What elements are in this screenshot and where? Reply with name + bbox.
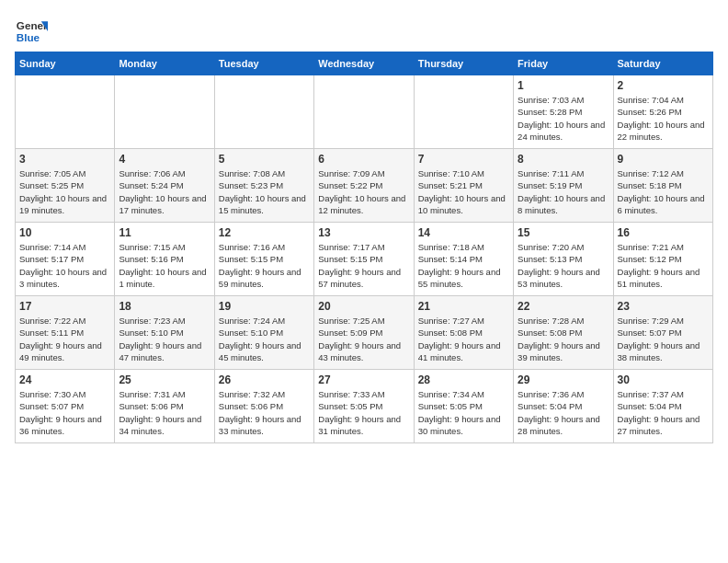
day-info: Sunrise: 7:16 AM Sunset: 5:15 PM Dayligh… bbox=[219, 241, 310, 290]
day-number: 12 bbox=[219, 226, 310, 239]
day-number: 21 bbox=[418, 300, 509, 313]
calendar-cell bbox=[16, 75, 115, 149]
calendar-cell: 10Sunrise: 7:14 AM Sunset: 5:17 PM Dayli… bbox=[16, 223, 115, 296]
day-number: 14 bbox=[418, 226, 509, 239]
calendar-cell: 30Sunrise: 7:37 AM Sunset: 5:04 PM Dayli… bbox=[613, 370, 712, 443]
day-info: Sunrise: 7:34 AM Sunset: 5:05 PM Dayligh… bbox=[418, 388, 509, 437]
day-info: Sunrise: 7:31 AM Sunset: 5:06 PM Dayligh… bbox=[119, 388, 210, 437]
day-number: 1 bbox=[518, 79, 609, 92]
day-info: Sunrise: 7:25 AM Sunset: 5:09 PM Dayligh… bbox=[318, 315, 409, 363]
day-number: 6 bbox=[318, 153, 409, 166]
day-info: Sunrise: 7:04 AM Sunset: 5:26 PM Dayligh… bbox=[618, 94, 709, 143]
day-info: Sunrise: 7:21 AM Sunset: 5:12 PM Dayligh… bbox=[618, 241, 709, 290]
day-number: 11 bbox=[119, 226, 210, 239]
day-number: 13 bbox=[318, 226, 409, 239]
calendar-cell: 6Sunrise: 7:09 AM Sunset: 5:22 PM Daylig… bbox=[314, 149, 414, 223]
day-info: Sunrise: 7:17 AM Sunset: 5:15 PM Dayligh… bbox=[318, 241, 409, 290]
calendar-cell: 1Sunrise: 7:03 AM Sunset: 5:28 PM Daylig… bbox=[514, 75, 613, 149]
day-number: 30 bbox=[618, 373, 709, 386]
header-saturday: Saturday bbox=[613, 52, 712, 75]
day-info: Sunrise: 7:15 AM Sunset: 5:16 PM Dayligh… bbox=[119, 241, 210, 290]
calendar-cell: 22Sunrise: 7:28 AM Sunset: 5:08 PM Dayli… bbox=[514, 296, 613, 370]
day-info: Sunrise: 7:29 AM Sunset: 5:07 PM Dayligh… bbox=[618, 315, 709, 363]
day-info: Sunrise: 7:23 AM Sunset: 5:10 PM Dayligh… bbox=[119, 315, 210, 363]
header-monday: Monday bbox=[115, 52, 214, 75]
day-number: 22 bbox=[518, 300, 609, 313]
day-number: 7 bbox=[418, 153, 509, 166]
day-info: Sunrise: 7:22 AM Sunset: 5:11 PM Dayligh… bbox=[19, 315, 110, 363]
day-number: 23 bbox=[618, 300, 709, 313]
calendar-cell: 14Sunrise: 7:18 AM Sunset: 5:14 PM Dayli… bbox=[414, 223, 513, 296]
calendar-week-5: 24Sunrise: 7:30 AM Sunset: 5:07 PM Dayli… bbox=[16, 370, 713, 443]
day-number: 19 bbox=[219, 300, 310, 313]
calendar-cell: 18Sunrise: 7:23 AM Sunset: 5:10 PM Dayli… bbox=[115, 296, 214, 370]
day-number: 17 bbox=[19, 300, 110, 313]
day-info: Sunrise: 7:36 AM Sunset: 5:04 PM Dayligh… bbox=[518, 388, 609, 437]
calendar-cell: 13Sunrise: 7:17 AM Sunset: 5:15 PM Dayli… bbox=[314, 223, 414, 296]
calendar-cell: 21Sunrise: 7:27 AM Sunset: 5:08 PM Dayli… bbox=[414, 296, 513, 370]
calendar-cell: 3Sunrise: 7:05 AM Sunset: 5:25 PM Daylig… bbox=[16, 149, 115, 223]
calendar-cell: 16Sunrise: 7:21 AM Sunset: 5:12 PM Dayli… bbox=[613, 223, 712, 296]
day-number: 4 bbox=[119, 153, 210, 166]
day-number: 2 bbox=[618, 79, 709, 92]
day-number: 29 bbox=[518, 373, 609, 386]
day-info: Sunrise: 7:18 AM Sunset: 5:14 PM Dayligh… bbox=[418, 241, 509, 290]
day-number: 20 bbox=[318, 300, 409, 313]
calendar-cell: 9Sunrise: 7:12 AM Sunset: 5:18 PM Daylig… bbox=[613, 149, 712, 223]
calendar-cell bbox=[214, 75, 313, 149]
day-number: 3 bbox=[19, 153, 110, 166]
calendar-cell: 12Sunrise: 7:16 AM Sunset: 5:15 PM Dayli… bbox=[214, 223, 313, 296]
day-number: 27 bbox=[318, 373, 409, 386]
day-info: Sunrise: 7:08 AM Sunset: 5:23 PM Dayligh… bbox=[219, 167, 310, 216]
header-tuesday: Tuesday bbox=[214, 52, 313, 75]
calendar-week-3: 10Sunrise: 7:14 AM Sunset: 5:17 PM Dayli… bbox=[16, 223, 713, 296]
day-info: Sunrise: 7:12 AM Sunset: 5:18 PM Dayligh… bbox=[618, 167, 709, 216]
calendar-cell: 29Sunrise: 7:36 AM Sunset: 5:04 PM Dayli… bbox=[514, 370, 613, 443]
calendar-cell: 27Sunrise: 7:33 AM Sunset: 5:05 PM Dayli… bbox=[314, 370, 414, 443]
calendar-week-4: 17Sunrise: 7:22 AM Sunset: 5:11 PM Dayli… bbox=[16, 296, 713, 370]
day-info: Sunrise: 7:05 AM Sunset: 5:25 PM Dayligh… bbox=[19, 167, 110, 216]
day-number: 16 bbox=[618, 226, 709, 239]
day-info: Sunrise: 7:06 AM Sunset: 5:24 PM Dayligh… bbox=[119, 167, 210, 216]
day-info: Sunrise: 7:24 AM Sunset: 5:10 PM Dayligh… bbox=[219, 315, 310, 363]
day-number: 9 bbox=[618, 153, 709, 166]
calendar-cell: 8Sunrise: 7:11 AM Sunset: 5:19 PM Daylig… bbox=[514, 149, 613, 223]
calendar-cell bbox=[314, 75, 414, 149]
calendar-cell: 5Sunrise: 7:08 AM Sunset: 5:23 PM Daylig… bbox=[214, 149, 313, 223]
header: General Blue bbox=[15, 15, 713, 48]
calendar-cell bbox=[115, 75, 214, 149]
day-info: Sunrise: 7:28 AM Sunset: 5:08 PM Dayligh… bbox=[518, 315, 609, 363]
logo-icon: General Blue bbox=[15, 15, 48, 48]
calendar-cell: 24Sunrise: 7:30 AM Sunset: 5:07 PM Dayli… bbox=[16, 370, 115, 443]
calendar-cell: 4Sunrise: 7:06 AM Sunset: 5:24 PM Daylig… bbox=[115, 149, 214, 223]
calendar-cell: 28Sunrise: 7:34 AM Sunset: 5:05 PM Dayli… bbox=[414, 370, 513, 443]
logo: General Blue bbox=[15, 15, 48, 48]
day-info: Sunrise: 7:30 AM Sunset: 5:07 PM Dayligh… bbox=[19, 388, 110, 437]
day-info: Sunrise: 7:37 AM Sunset: 5:04 PM Dayligh… bbox=[618, 388, 709, 437]
day-info: Sunrise: 7:27 AM Sunset: 5:08 PM Dayligh… bbox=[418, 315, 509, 363]
day-number: 5 bbox=[219, 153, 310, 166]
day-number: 25 bbox=[119, 373, 210, 386]
calendar-week-2: 3Sunrise: 7:05 AM Sunset: 5:25 PM Daylig… bbox=[16, 149, 713, 223]
header-sunday: Sunday bbox=[16, 52, 115, 75]
day-info: Sunrise: 7:20 AM Sunset: 5:13 PM Dayligh… bbox=[518, 241, 609, 290]
day-info: Sunrise: 7:11 AM Sunset: 5:19 PM Dayligh… bbox=[518, 167, 609, 216]
day-number: 26 bbox=[219, 373, 310, 386]
day-number: 15 bbox=[518, 226, 609, 239]
day-info: Sunrise: 7:03 AM Sunset: 5:28 PM Dayligh… bbox=[518, 94, 609, 143]
calendar-cell: 26Sunrise: 7:32 AM Sunset: 5:06 PM Dayli… bbox=[214, 370, 313, 443]
calendar-cell: 17Sunrise: 7:22 AM Sunset: 5:11 PM Dayli… bbox=[16, 296, 115, 370]
day-info: Sunrise: 7:33 AM Sunset: 5:05 PM Dayligh… bbox=[318, 388, 409, 437]
calendar-cell: 25Sunrise: 7:31 AM Sunset: 5:06 PM Dayli… bbox=[115, 370, 214, 443]
svg-text:Blue: Blue bbox=[17, 31, 40, 43]
calendar-cell: 7Sunrise: 7:10 AM Sunset: 5:21 PM Daylig… bbox=[414, 149, 513, 223]
calendar-week-1: 1Sunrise: 7:03 AM Sunset: 5:28 PM Daylig… bbox=[16, 75, 713, 149]
calendar-cell: 20Sunrise: 7:25 AM Sunset: 5:09 PM Dayli… bbox=[314, 296, 414, 370]
svg-text:General: General bbox=[17, 19, 48, 31]
day-number: 18 bbox=[119, 300, 210, 313]
calendar-cell: 2Sunrise: 7:04 AM Sunset: 5:26 PM Daylig… bbox=[613, 75, 712, 149]
calendar-table: SundayMondayTuesdayWednesdayThursdayFrid… bbox=[15, 52, 713, 443]
calendar-cell bbox=[414, 75, 513, 149]
day-info: Sunrise: 7:10 AM Sunset: 5:21 PM Dayligh… bbox=[418, 167, 509, 216]
day-number: 24 bbox=[19, 373, 110, 386]
